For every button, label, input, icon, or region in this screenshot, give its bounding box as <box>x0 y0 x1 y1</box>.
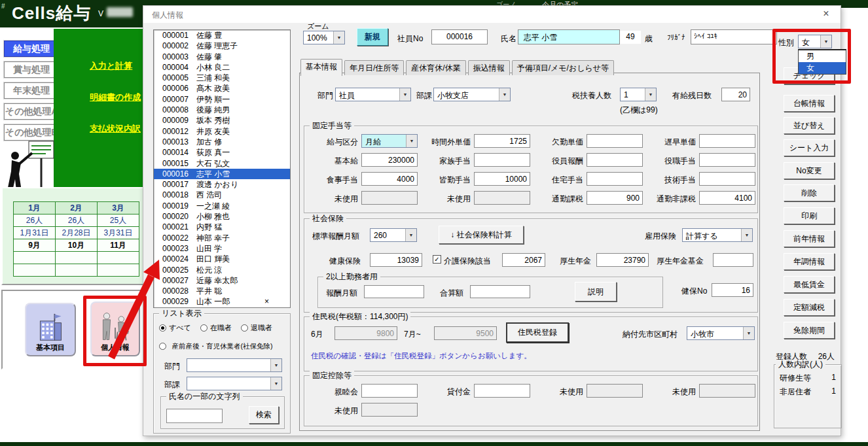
month-cell: 9月 <box>14 239 56 252</box>
field-input[interactable] <box>587 134 643 148</box>
no-change-button[interactable]: No変更 <box>784 162 835 179</box>
care-insurance-checkbox[interactable]: ✓ <box>433 255 441 264</box>
employee-row[interactable]: 000020小柳 雅也 <box>154 211 290 222</box>
delete-button[interactable]: 削除 <box>784 184 835 201</box>
field-input[interactable] <box>474 153 530 167</box>
field-input[interactable] <box>699 134 755 148</box>
basic-items-button[interactable]: 基本項目 <box>25 303 76 356</box>
tax-dependents-combo[interactable]: 1 ▼ <box>620 88 657 101</box>
pension-input[interactable]: 23790 <box>596 253 649 267</box>
sidebar-button-year-end[interactable]: 年末処理 <box>4 82 59 99</box>
employment-insurance-combo[interactable]: 計算する ▼ <box>682 228 753 242</box>
resident-tax-register-button[interactable]: 住民税登録 <box>506 322 569 343</box>
description-button[interactable]: 説明 <box>575 282 617 301</box>
section-filter-combo[interactable]: ▼ <box>187 377 282 390</box>
employee-row[interactable]: 000002佐藤 理恵子 <box>154 41 290 51</box>
fixed-tax-reduction-button[interactable]: 定額減税 <box>784 299 835 316</box>
employee-row[interactable]: 000019一之瀬 綾 <box>154 201 290 211</box>
prev-year-info-button[interactable]: 前年情報 <box>784 230 835 247</box>
name-search-input[interactable] <box>166 409 223 423</box>
kenpo-no-input[interactable]: 16 <box>712 283 753 297</box>
field-input[interactable] <box>474 384 530 398</box>
municipality-combo[interactable]: 小牧市 ▼ <box>687 326 755 340</box>
employee-row[interactable]: 000003佐藤 肇 <box>154 52 290 62</box>
pay-type-combo[interactable]: 月給▼ <box>361 134 418 148</box>
minimum-wage-button[interactable]: 最低賃金 <box>784 276 835 293</box>
radio-active[interactable]: 在職者 <box>200 322 232 333</box>
employee-row[interactable]: 000012井原 友美 <box>154 126 290 137</box>
field-input[interactable] <box>587 172 643 186</box>
sidebar-button-bonus[interactable]: 賞与処理 <box>4 61 59 78</box>
dept-filter-combo[interactable]: ▼ <box>187 358 282 372</box>
dept-combo[interactable]: 社員 ▼ <box>335 88 411 101</box>
field-input[interactable]: 4100 <box>699 191 755 205</box>
tab-memo-notice[interactable]: 予備項目/メモ/おしらせ等 <box>512 60 614 75</box>
field-input[interactable]: 230000 <box>361 153 418 167</box>
employee-row[interactable]: 000006髙木 政美 <box>154 83 290 94</box>
employee-row[interactable]: 000021内野 猛 <box>154 222 290 232</box>
employee-row[interactable]: 000001佐藤 豊 <box>154 30 290 41</box>
name-input[interactable]: 志平 小雪 <box>518 29 620 44</box>
field-input[interactable]: 900 <box>587 191 643 205</box>
emp-no-input[interactable]: 000016 <box>431 29 488 44</box>
employee-row[interactable]: 000015大石 弘文 <box>154 158 290 169</box>
form-field: 基本給230000 <box>308 153 421 167</box>
social-insurance-calc-button[interactable]: ↓ 社会保険料計算 <box>439 226 524 244</box>
menu-link-input-and-calc[interactable]: 入力と計算 <box>90 60 141 72</box>
field-input[interactable]: 4000 <box>361 172 418 186</box>
standard-monthly-combo[interactable]: 260 ▼ <box>370 228 417 242</box>
paid-leave-input[interactable]: 20 <box>721 88 750 101</box>
field-input[interactable] <box>361 384 418 398</box>
field-input[interactable] <box>587 153 643 167</box>
tab-maternity-leave[interactable]: 産休育休/休業 <box>406 60 465 75</box>
employee-row[interactable]: 000007伊勢 順一 <box>154 94 290 105</box>
multi-monthly-label: 報酬月額 <box>326 288 357 299</box>
employee-row[interactable]: 000005三浦 和美 <box>154 73 290 83</box>
sidebar-button-payroll[interactable]: 給与処理 <box>4 41 59 57</box>
tab-transfer-info[interactable]: 振込情報 <box>468 60 510 75</box>
radio-retired[interactable]: 退職者 <box>241 322 272 333</box>
kana-input[interactable]: ｼﾍｲ ｺﾕｷ <box>691 29 777 44</box>
field-label: 親睦会 <box>308 384 361 398</box>
multi-total-input[interactable] <box>470 285 530 298</box>
employee-row[interactable]: 000009坂本 秀樹 <box>154 115 290 126</box>
section-combo[interactable]: 小牧支店 ▼ <box>433 88 511 101</box>
sheet-input-button[interactable]: シート入力 <box>784 139 835 156</box>
zoom-combo[interactable]: 100% ▼ <box>303 31 345 44</box>
employee-row[interactable]: 000004小林 良二 <box>154 62 290 73</box>
employee-row[interactable]: 000014荻原 真一 <box>154 147 290 158</box>
sort-button[interactable]: 並び替え <box>784 117 835 134</box>
menu-link-payslip-create[interactable]: 明細書の作成 <box>90 92 141 103</box>
exemption-period-button[interactable]: 免除期間 <box>784 322 835 339</box>
close-icon[interactable]: × <box>820 8 833 20</box>
health-insurance-input[interactable]: 13039 <box>370 253 422 267</box>
employee-row[interactable]: 000016志平 小雪 <box>154 169 290 179</box>
new-button[interactable]: 新規 <box>357 28 388 46</box>
employee-row[interactable]: 000018西 浩司 <box>154 190 290 200</box>
radio-circle <box>200 324 208 332</box>
care-insurance-input[interactable]: 2067 <box>502 253 545 267</box>
field-row: 親睦会貸付金未使用未使用 <box>308 384 759 398</box>
combo-value: 計算する <box>683 229 741 241</box>
search-button[interactable]: 検索 <box>249 406 279 424</box>
field-input[interactable] <box>699 172 755 186</box>
year-adjustment-info-button[interactable]: 年調情報 <box>784 253 835 270</box>
ledger-info-button[interactable]: 台帳情報 <box>784 95 835 112</box>
pension-fund-input[interactable] <box>713 253 753 267</box>
sidebar-button-other-a[interactable]: その他処理A <box>4 103 59 120</box>
chevron-down-icon: ▼ <box>399 88 410 101</box>
tab-basic-info[interactable]: 基本情報 <box>300 59 342 76</box>
print-button[interactable]: 印刷 <box>784 207 835 224</box>
employee-row[interactable]: 000008後藤 純男 <box>154 105 290 115</box>
tab-dates-address[interactable]: 年月日/住所等 <box>344 60 404 75</box>
menu-link-payment-status[interactable]: 支払状況内訳 <box>90 123 141 135</box>
dialog-titlebar[interactable]: 個人情報 × <box>143 6 841 23</box>
multi-monthly-input[interactable] <box>364 285 424 298</box>
employee-row[interactable]: 000013加古 修 <box>154 137 290 147</box>
field-input[interactable] <box>699 153 755 167</box>
employee-row[interactable]: 000022神部 幸子 <box>154 233 290 243</box>
name-search-title: 氏名の一部の文字列 <box>166 392 243 401</box>
field-input[interactable]: 1725 <box>474 134 530 148</box>
employee-row[interactable]: 000017渡邊 かおり <box>154 179 290 190</box>
field-input[interactable]: 10000 <box>474 172 530 186</box>
